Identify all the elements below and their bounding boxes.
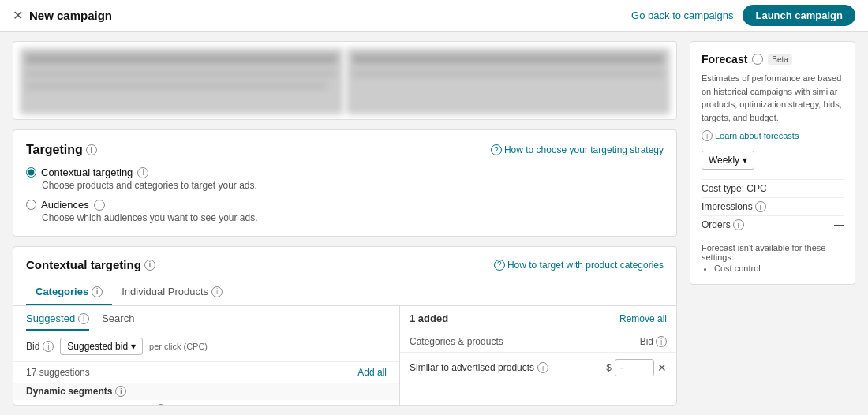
subtab-suggested-label: Suggested <box>26 312 75 324</box>
impressions-value: — <box>834 201 844 212</box>
weekly-label: Weekly <box>709 155 739 166</box>
question-circle-icon: ? <box>491 144 502 155</box>
categories-right-col: 1 added Remove all Categories & products… <box>400 306 676 406</box>
added-item: Similar to advertised products i $ ✕ <box>400 353 676 383</box>
bid-label: Bid i <box>26 341 54 352</box>
contextual-targeting-header: Contextual targeting i ? How to target w… <box>13 247 676 279</box>
added-item-name: Similar to advertised products i <box>410 362 548 373</box>
audiences-radio-label[interactable]: Audiences i <box>26 199 664 211</box>
added-item-info-icon[interactable]: i <box>537 362 548 373</box>
suggestion-group-header: Dynamic segments i <box>13 383 399 400</box>
remove-item-button[interactable]: ✕ <box>657 362 667 373</box>
contextual-tabs-row: Categories i Individual Products i <box>13 279 676 306</box>
launch-campaign-button[interactable]: Launch campaign <box>743 5 855 26</box>
subtab-suggested-info-icon[interactable]: i <box>78 313 89 324</box>
bid-input-group: $ ✕ <box>606 359 667 376</box>
tab-individual-products-label: Individual Products <box>122 286 208 297</box>
beta-badge: Beta <box>768 54 792 65</box>
forecast-learn-link[interactable]: i Learn about forecasts <box>702 130 844 141</box>
contextual-targeting-title-text: Contextual targeting <box>26 258 141 271</box>
bid-input[interactable] <box>615 359 654 376</box>
suggestions-header: 17 suggestions Add all <box>13 361 399 383</box>
suggestion-group-info-icon[interactable]: i <box>115 386 126 397</box>
orders-label: Orders i <box>702 219 744 230</box>
bid-select-chevron-icon: ▾ <box>131 341 136 352</box>
targeting-title-text: Targeting <box>26 143 83 157</box>
targeting-info-icon[interactable]: i <box>86 144 97 155</box>
header-left: ✕ New campaign <box>13 8 112 23</box>
forecast-title-row: Forecast i Beta <box>702 53 844 65</box>
bid-info-icon[interactable]: i <box>43 341 54 352</box>
col-categories-header: Categories & products <box>410 336 503 347</box>
bid-select[interactable]: Suggested bid ▾ <box>60 338 143 355</box>
subtab-search-label: Search <box>102 312 134 324</box>
close-icon[interactable]: ✕ <box>13 8 23 23</box>
page-title: New campaign <box>29 9 112 22</box>
right-panel: Forecast i Beta Estimates of performance… <box>690 41 855 406</box>
right-col-header: 1 added Remove all <box>400 306 676 331</box>
tab-individual-products-info-icon[interactable]: i <box>211 286 223 297</box>
suggestion-item-name: Similar to advertised products i <box>26 403 166 406</box>
contextual-question-circle-icon: ? <box>494 260 505 271</box>
subtabs-row: Suggested i Search <box>13 306 399 331</box>
impressions-label: Impressions i <box>702 201 766 212</box>
tab-categories-info-icon[interactable]: i <box>92 286 103 297</box>
tab-individual-products[interactable]: Individual Products i <box>112 279 232 305</box>
subtab-suggested[interactable]: Suggested i <box>26 312 89 331</box>
suggestion-group-label: Dynamic segments <box>26 386 112 397</box>
forecast-info-icon[interactable]: i <box>752 54 763 65</box>
impressions-info-icon[interactable]: i <box>755 201 766 212</box>
contextual-description: Choose products and categories to target… <box>42 180 664 191</box>
orders-info-icon[interactable]: i <box>733 219 744 230</box>
bid-type-text: Suggested bid <box>67 341 128 352</box>
forecast-description: Estimates of performance are based on hi… <box>702 72 844 124</box>
col-headers: Categories & products Bid i <box>400 331 676 353</box>
targeting-title: Targeting i <box>26 143 97 157</box>
contextual-targeting-info-icon[interactable]: i <box>144 260 155 271</box>
targeting-section: Targeting i ? How to choose your targeti… <box>13 129 677 237</box>
audiences-option: Audiences i Choose which audiences you w… <box>26 199 664 223</box>
impressions-row: Impressions i — <box>702 197 844 215</box>
suggestions-list: Dynamic segments i Similar to advertised… <box>13 383 399 406</box>
tab-categories-label: Categories <box>36 286 88 297</box>
forecast-note: Forecast isn't available for these setti… <box>702 243 844 273</box>
weekly-chevron-icon: ▾ <box>743 155 747 166</box>
dollar-sign: $ <box>606 362 612 373</box>
audiences-info-icon[interactable]: i <box>94 200 105 211</box>
contextual-help-link[interactable]: ? How to target with product categories <box>494 260 664 271</box>
col-bid-header: Bid i <box>640 336 667 347</box>
add-suggestion-link[interactable]: Add d <box>362 403 387 406</box>
col-bid-info-icon[interactable]: i <box>656 336 667 347</box>
header-right: Go back to campaigns Launch campaign <box>631 5 855 26</box>
two-column-layout: Suggested i Search Bid i Sugg <box>13 306 676 406</box>
add-all-link[interactable]: Add all <box>357 367 387 378</box>
contextual-label-text: Contextual targeting <box>41 166 133 178</box>
left-panel: 1-50 of 81 results ‹ › Targeting i ? How… <box>13 41 677 406</box>
tab-categories[interactable]: Categories i <box>26 279 112 305</box>
cost-type-row: Cost type: CPC <box>702 179 844 197</box>
contextual-radio-input[interactable] <box>26 167 36 178</box>
audiences-description: Choose which audiences you want to see y… <box>42 212 664 223</box>
remove-all-link[interactable]: Remove all <box>619 313 667 324</box>
bid-row: Bid i Suggested bid ▾ per click (CPC) <box>13 331 399 361</box>
contextual-radio-label[interactable]: Contextual targeting i <box>26 166 664 178</box>
audiences-label-text: Audiences <box>41 199 89 211</box>
categories-left-col: Suggested i Search Bid i Sugg <box>13 306 400 406</box>
forecast-title: Forecast <box>702 53 747 65</box>
subtab-search[interactable]: Search <box>102 312 134 331</box>
targeting-header: Targeting i ? How to choose your targeti… <box>26 143 664 157</box>
cost-type-label: Cost type: CPC <box>702 183 767 194</box>
targeting-radio-group: Contextual targeting i Choose products a… <box>26 166 664 223</box>
contextual-targeting-section: Contextual targeting i ? How to target w… <box>13 246 677 406</box>
main-content: 1-50 of 81 results ‹ › Targeting i ? How… <box>0 32 868 415</box>
targeting-help-link[interactable]: ? How to choose your targeting strategy <box>491 144 664 155</box>
suggestions-count: 17 suggestions <box>26 367 90 378</box>
go-back-link[interactable]: Go back to campaigns <box>631 9 733 21</box>
suggestion-item-info-icon[interactable]: i <box>155 404 166 406</box>
contextual-info-icon[interactable]: i <box>137 167 148 178</box>
audiences-radio-input[interactable] <box>26 200 36 210</box>
products-preview: 1-50 of 81 results ‹ › <box>13 41 677 120</box>
forecast-learn-info-icon: i <box>702 130 713 141</box>
weekly-select[interactable]: Weekly ▾ <box>702 151 754 170</box>
list-item[interactable]: Similar to advertised products i Add d <box>13 400 399 406</box>
